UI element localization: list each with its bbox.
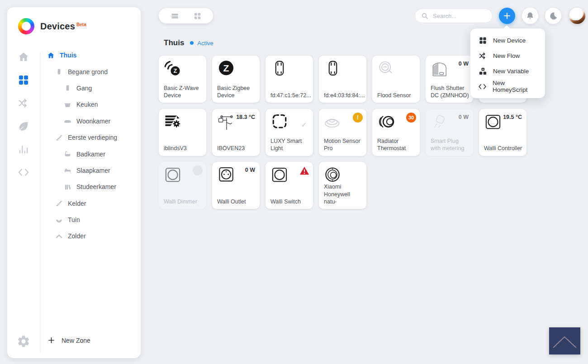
devices-icon (18, 74, 29, 86)
menu-item-label: New Device (493, 37, 526, 44)
device-name: Motion Sensor Pro (324, 137, 363, 152)
device-name: Walli Switch (270, 198, 310, 205)
device-card-radiator-thermostat[interactable]: 30Radiator Thermostat (372, 109, 420, 156)
sidebar-nav-energy[interactable] (7, 114, 40, 137)
device-card-walli-switch[interactable]: Walli Switch (266, 162, 313, 209)
device-card-luxy-smart-light[interactable]: ✓LUXY Smart Light (266, 109, 313, 156)
books-icon (64, 183, 71, 191)
device-card-iboven23[interactable]: 18.3 °CIBOVEN23 (212, 109, 260, 156)
device-card-basic-z-wave-device[interactable]: ZBasic Z-Wave Device (159, 56, 206, 103)
chevron-up-icon (549, 327, 580, 355)
search-input[interactable] (432, 12, 486, 20)
device-card-xiaomi-honeywell-natu[interactable]: Xiaomi Honeywell natu- (319, 162, 366, 209)
search-icon (421, 12, 428, 19)
zone-label: Keuken (76, 101, 98, 108)
view-list-button[interactable] (168, 9, 181, 23)
zone-item-kelder[interactable]: Kelder (47, 195, 137, 212)
walli-icon (270, 165, 289, 185)
blinds-icon (163, 113, 183, 132)
plug-icon (430, 113, 450, 132)
device-card-motion-sensor-pro[interactable]: !Motion Sensor Pro (319, 109, 366, 156)
zone-item-badkamer[interactable]: Badkamer (47, 146, 137, 162)
device-status: 19.5 °C (503, 114, 522, 120)
device-name: IBOVEN23 (217, 145, 256, 152)
sidebar-nav-devices[interactable] (7, 68, 40, 91)
device-name: Flood Sensor (377, 92, 417, 99)
bell-icon (526, 11, 535, 20)
sidebar-nav-home[interactable] (7, 45, 40, 68)
device-card-walli-outlet[interactable]: 0 WWalli Outlet (212, 162, 260, 209)
zone-item-tuin[interactable]: Tuin (47, 212, 137, 228)
bed-icon (64, 166, 71, 174)
new-zone-label: New Zone (62, 337, 90, 344)
devices-page: DevicesBeta ThuisBegane grondGangKeukenW… (0, 0, 588, 364)
device-card-flood-sensor[interactable]: Flood Sensor (372, 56, 420, 103)
zone-label: Eerste verdieping (68, 134, 117, 141)
device-card-fd-47-c1-5e-72[interactable]: fd:47:c1:5e:72... (266, 56, 313, 103)
settings-button[interactable] (7, 335, 40, 348)
zone-item-eerste-verdieping[interactable]: Eerste verdieping (47, 129, 137, 146)
device-card-fd-e4-03-fd-84[interactable]: fd:e4:03:fd:84:... (319, 56, 366, 103)
menu-item-label: New Flow (493, 52, 520, 59)
device-name: Xiaomi Honeywell natu- (324, 183, 363, 205)
zone-label: Zolder (68, 232, 86, 240)
create-menu: New DeviceNew FlowNew VariableNew HomeyS… (470, 28, 545, 98)
scroll-to-top-button[interactable] (549, 327, 580, 355)
roof-icon (55, 232, 63, 240)
zone-item-woonkamer[interactable]: Woonkamer (47, 113, 137, 129)
notifications-button[interactable] (522, 8, 538, 24)
menu-item-new-homeyscript[interactable]: New HomeyScript (470, 79, 545, 94)
bath-icon (64, 150, 71, 158)
node-icon (270, 59, 289, 79)
new-zone-button[interactable]: New Zone (47, 336, 90, 345)
zone-label: Kelder (68, 200, 86, 207)
zone-item-gang[interactable]: Gang (47, 80, 137, 96)
page-title: DevicesBeta (40, 21, 86, 32)
menu-item-new-device[interactable]: New Device (470, 33, 545, 48)
zone-item-begane-grond[interactable]: Begane grond (47, 63, 137, 80)
sidebar-nav-insights[interactable] (7, 137, 40, 161)
device-card-walli-dimmer[interactable]: Walli Dimmer (159, 162, 206, 209)
shutter-icon (430, 59, 450, 79)
warning-badge: ! (353, 113, 363, 123)
zone-title: Thuis (164, 38, 184, 47)
device-card-basic-zigbee-device[interactable]: ZBasic Zigbee Device (212, 56, 260, 103)
zone-item-thuis[interactable]: Thuis (47, 47, 137, 63)
sidebar-nav-script[interactable] (7, 161, 40, 184)
weather-icon (216, 113, 236, 132)
device-card-flush-shutter-dc-zmnhod[interactable]: 0 WFlush Shutter DC (ZMNHOD) (426, 56, 473, 103)
zwave-icon: Z (163, 59, 183, 79)
sidebar-nav-flow[interactable] (7, 91, 40, 114)
device-name: Basic Z-Wave Device (164, 85, 203, 99)
menu-item-new-variable[interactable]: New Variable (470, 63, 545, 79)
zone-item-studeerkamer[interactable]: Studeerkamer (47, 179, 137, 195)
view-switcher (159, 8, 213, 24)
device-card-walli-controller[interactable]: 19.5 °CWalli Controller (479, 109, 526, 156)
zone-tree: ThuisBegane grondGangKeukenWoonkamerEers… (47, 47, 137, 245)
view-grid-small-button[interactable] (190, 9, 204, 23)
menu-variable-icon (478, 67, 487, 76)
device-card-iblindsv3[interactable]: iblindsV3 (159, 109, 206, 156)
view-list-icon (171, 12, 179, 20)
device-status: 0 W (459, 114, 469, 120)
plant-icon (55, 216, 63, 224)
menu-item-new-flow[interactable]: New Flow (470, 48, 545, 63)
sidebar-divider (40, 52, 40, 352)
zone-item-zolder[interactable]: Zolder (47, 228, 137, 244)
device-name: Smart Plug with metering (431, 137, 470, 152)
zone-label: Tuin (68, 216, 80, 223)
search-box (415, 9, 493, 23)
zone-item-keuken[interactable]: Keuken (47, 96, 137, 113)
app-header: DevicesBeta (18, 14, 86, 39)
pillar-icon (64, 84, 71, 92)
app-title: Devices (40, 21, 75, 31)
flow-icon (478, 52, 487, 60)
device-card-smart-plug-with-metering[interactable]: 0 WSmart Plug with metering (426, 109, 473, 156)
zone-item-slaapkamer[interactable]: Slaapkamer (47, 162, 137, 179)
dark-mode-button[interactable] (545, 8, 561, 24)
valve-icon (376, 113, 396, 132)
gear-icon (17, 335, 30, 348)
device-status: 18.3 °C (236, 114, 255, 120)
avatar[interactable] (569, 8, 585, 24)
add-button[interactable] (499, 8, 515, 24)
